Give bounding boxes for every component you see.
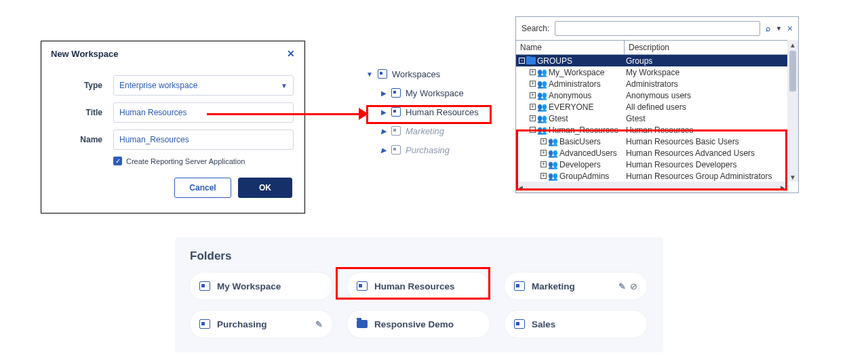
group-name-label: Gtest	[549, 114, 568, 123]
group-row[interactable]: +👥 DevelopersHuman Resources Developers	[516, 159, 787, 170]
create-reporting-server-checkbox[interactable]: ✓ Create Reporting Server Application	[113, 157, 294, 165]
edit-icon: ✎	[618, 281, 626, 291]
workspace-tree-item[interactable]: ▶My Workspace	[366, 83, 492, 102]
collapse-icon[interactable]: -	[519, 58, 525, 64]
cancel-button[interactable]: Cancel	[174, 178, 231, 198]
type-select[interactable]: Enterprise workspace ▼	[113, 75, 294, 96]
users-icon: 👥	[537, 68, 547, 77]
folder-card-badges: ✎⊘	[618, 281, 637, 291]
users-icon: 👥	[548, 172, 558, 180]
chevron-right-icon: ▶	[381, 127, 387, 135]
title-input[interactable]	[113, 102, 294, 123]
collapse-icon[interactable]: -	[530, 127, 536, 133]
dialog-body: Type Enterprise workspace ▼ Title Name ✓…	[41, 64, 304, 172]
group-description-cell: Groups	[625, 56, 787, 66]
group-name-label: Administrators	[549, 79, 601, 89]
group-row[interactable]: +👥 BasicUsersHuman Resources Basic Users	[516, 136, 787, 147]
group-name-label: BasicUsers	[559, 137, 601, 146]
folder-card[interactable]: Marketing✎⊘	[505, 272, 647, 300]
group-description-cell: Human Resources Advanced Users	[625, 148, 787, 158]
folder-card-badges: ✎	[315, 319, 323, 329]
search-label: Search:	[521, 24, 549, 33]
folder-card-label: Responsive Demo	[374, 319, 454, 329]
horizontal-scrollbar[interactable]: ◄ ►	[516, 182, 787, 193]
expand-icon[interactable]: +	[530, 69, 536, 75]
workspace-icon	[391, 88, 401, 98]
group-row[interactable]: +👥 AdvancedUsersHuman Resources Advanced…	[516, 147, 787, 159]
users-icon: 👥	[537, 103, 547, 111]
group-name-cell: +👥 GroupAdmins	[516, 171, 625, 181]
group-description-cell: My Workspace	[625, 68, 787, 77]
chevron-right-icon: ▶	[381, 89, 387, 97]
search-close-icon[interactable]: ×	[787, 23, 793, 34]
group-row[interactable]: +👥 My_WorkspaceMy Workspace	[516, 66, 787, 78]
dialog-footer: Cancel OK	[41, 172, 304, 206]
expand-icon[interactable]: +	[530, 104, 536, 110]
scroll-down-icon[interactable]: ▼	[787, 172, 798, 182]
group-row[interactable]: -👥 Human_ResourcesHuman Resources	[516, 124, 787, 136]
users-icon: 👥	[548, 149, 558, 157]
folder-card[interactable]: My Workspace	[190, 272, 332, 300]
column-header-name[interactable]: Name	[516, 41, 625, 54]
workspace-icon	[514, 281, 525, 291]
folder-icon	[526, 57, 536, 64]
folders-section: Folders My WorkspaceHuman ResourcesMarke…	[175, 237, 663, 352]
group-name-cell: +👥 Administrators	[516, 79, 625, 89]
expand-icon[interactable]: +	[530, 81, 536, 87]
vertical-scrollbar[interactable]: ▲ ▼	[787, 40, 798, 182]
search-dropdown-icon[interactable]: ▼	[776, 25, 782, 32]
folder-card-label: Human Resources	[374, 281, 455, 291]
expand-icon[interactable]: +	[540, 150, 547, 156]
folder-card-label: Marketing	[532, 281, 575, 291]
group-row[interactable]: +👥 AnonymousAnonymous users	[516, 89, 787, 101]
dialog-header: New Workspace ✕	[41, 41, 304, 64]
group-row[interactable]: +👥 GroupAdminsHuman Resources Group Admi…	[516, 170, 787, 182]
folder-card[interactable]: Sales	[505, 310, 647, 338]
group-name-cell: - GROUPS	[516, 56, 625, 66]
chevron-down-icon: ▼	[281, 82, 288, 89]
users-icon: 👥	[548, 138, 558, 146]
expand-icon[interactable]: +	[530, 115, 536, 121]
close-icon[interactable]: ✕	[287, 48, 295, 59]
workspace-icon	[357, 281, 368, 291]
group-description-cell: Gtest	[625, 114, 787, 123]
group-name-label: EVERYONE	[549, 102, 593, 112]
workspace-item-label: Purchasing	[406, 145, 450, 155]
group-row[interactable]: +👥 EVERYONEAll defined users	[516, 101, 787, 113]
scroll-right-icon[interactable]: ►	[778, 184, 787, 191]
ok-button[interactable]: OK	[238, 178, 292, 198]
scroll-up-icon[interactable]: ▲	[787, 40, 798, 49]
group-name-cell: +👥 Gtest	[516, 114, 625, 123]
workspaces-root[interactable]: ▼ Workspaces	[366, 64, 492, 83]
workspace-tree-item[interactable]: ▶Purchasing	[366, 140, 492, 159]
group-row[interactable]: - GROUPSGroups	[516, 55, 787, 66]
workspace-tree-item[interactable]: ▶Marketing	[366, 121, 492, 140]
group-row[interactable]: +👥 AdministratorsAdministrators	[516, 78, 787, 89]
expand-icon[interactable]: +	[540, 161, 547, 167]
group-description-cell: Administrators	[625, 79, 787, 89]
group-row[interactable]: +👥 GtestGtest	[516, 113, 787, 124]
search-icon[interactable]: ⌕	[766, 24, 770, 33]
workspace-icon	[199, 319, 210, 329]
users-icon: 👥	[548, 161, 558, 169]
group-description-cell: All defined users	[625, 102, 787, 112]
group-name-label: GROUPS	[537, 56, 572, 66]
workspace-icon	[514, 319, 525, 329]
scroll-thumb[interactable]	[789, 51, 796, 92]
expand-icon[interactable]: +	[540, 173, 547, 179]
name-input[interactable]	[113, 129, 294, 150]
expand-icon[interactable]: +	[530, 92, 536, 98]
group-name-label: Developers	[559, 160, 601, 169]
type-label: Type	[52, 81, 113, 90]
checkbox-label: Create Reporting Server Application	[126, 157, 245, 165]
scroll-left-icon[interactable]: ◄	[516, 184, 526, 191]
workspace-tree-item[interactable]: ▶Human Resources	[366, 102, 492, 121]
new-workspace-dialog: New Workspace ✕ Type Enterprise workspac…	[41, 41, 305, 214]
folder-card[interactable]: Responsive Demo	[347, 310, 490, 338]
search-input[interactable]	[555, 21, 760, 36]
column-header-description[interactable]: Description	[625, 41, 787, 54]
expand-icon[interactable]: +	[540, 138, 547, 144]
folder-card[interactable]: Human Resources	[347, 272, 490, 300]
folder-card[interactable]: Purchasing✎	[190, 310, 332, 338]
groups-search-bar: Search: ⌕ ▼ ×	[516, 17, 798, 40]
